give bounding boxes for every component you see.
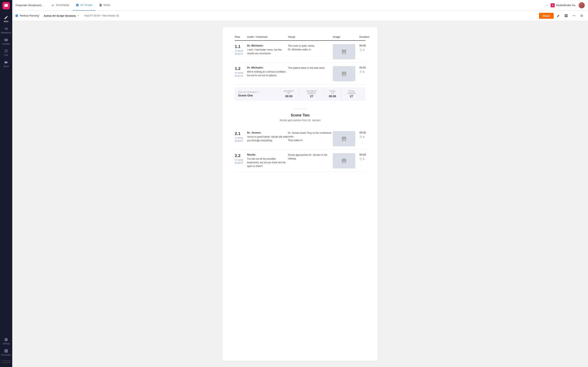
row-image-2-1[interactable] [333, 131, 359, 146]
sidebar-label-settings: Settings [2, 342, 10, 345]
sidebar-item-resources[interactable]: Resources [1, 347, 12, 358]
tab-notes[interactable]: Notes [96, 0, 114, 11]
topnav-more-button[interactable]: ··· [545, 3, 548, 7]
share-button[interactable]: Share [539, 13, 554, 19]
svg-text:S: S [552, 4, 553, 7]
col-header-duration: Duration [359, 35, 380, 38]
sidebar-label-write: Write [4, 20, 8, 23]
sidebar-item-settings[interactable]: Settings [1, 336, 12, 347]
row-duration-1-1: 00:00 🗒 0 [359, 44, 380, 52]
col-header-row: Row [235, 35, 247, 38]
row-number-1-1: 1.1 13 words 00:00 RT [235, 44, 247, 55]
segment-end-info: END OF SEGMENT 1 Scene One [238, 91, 279, 97]
edit-icon-button[interactable] [555, 13, 562, 19]
project-badge-dot [16, 15, 18, 17]
stat-segment-rt: SEGMENT RT 00:00 [279, 89, 299, 99]
version-dropdown[interactable]: Active AV Script Versions [42, 13, 82, 18]
row-image-2-2[interactable] [333, 153, 359, 168]
sidebar-powered-by: Powered By StudioBinder [1, 358, 12, 365]
view-icon-button[interactable] [579, 13, 585, 19]
row-audio-2-1: Dr. Jensen: You're in good hands. Nicole… [247, 131, 288, 142]
row-audio-2-2: Nicole: I've lad out all the possible tr… [247, 153, 288, 168]
project-name: "Medical Planning" [19, 14, 40, 17]
sidebar-label-breakdown: Breakdown [1, 32, 11, 34]
sidebar-label-plan: Plan [4, 54, 8, 56]
row-duration-1-2: 00:00 🗒 0 [359, 66, 380, 74]
scene-2-title: Scene Two [235, 113, 365, 117]
app-logo[interactable] [2, 2, 10, 9]
note-icon: 🗒 [359, 70, 362, 74]
row-number-2-2: 2.2 17 words 00:00 RT [235, 153, 247, 164]
toolbar-right: Share [539, 13, 585, 19]
user-avatar[interactable] [579, 2, 585, 8]
project-badge: "Medical Planning" [16, 14, 40, 17]
stat-total-rt: TOTAL RT 00:00 [324, 89, 341, 99]
table-row: 1.1 13 words 00:00 RT Dr. Michaels: I wi… [235, 41, 365, 63]
tab-av-scripts-label: AV Scripts [80, 3, 93, 7]
av-script-document: Row Audio / Voiceover Visual Image Durat… [223, 27, 378, 361]
row-number-2-1: 2.1 12 words 00:00 RT [235, 131, 247, 142]
tab-screenplay-label: Screenplay [56, 3, 69, 7]
toolbar: "Medical Planning" Active AV Script Vers… [12, 11, 588, 21]
row-audio-1-1: Dr. Michaels: I wish I had better news, … [247, 44, 288, 55]
row-image-1-2[interactable] [333, 66, 359, 81]
note-icon: 🗒 [359, 157, 362, 161]
row-visual-1-1: The room is quiet, tense. Dr. Michaels w… [288, 44, 333, 51]
main-content: Corporate Storyboard... Screenplay AV Sc… [12, 0, 588, 367]
studio-binder-name: StudioBinder Inc. [556, 4, 576, 7]
tab-av-scripts[interactable]: AV Scripts [72, 0, 96, 11]
note-icon: 🗒 [359, 135, 362, 139]
stat-total-words: TOTAL WORDS 27 [341, 89, 362, 99]
col-header-audio: Audio / Voiceover [247, 35, 288, 38]
content-area: Row Audio / Voiceover Visual Image Durat… [12, 21, 588, 367]
row-visual-2-2: Nicole approaches Dr. Jensen in the hall… [288, 153, 333, 160]
table-row: 2.2 17 words 00:00 RT Nicole: I've lad o… [235, 150, 365, 172]
sidebar-item-visualize[interactable]: Visualize [0, 36, 12, 47]
row-audio-1-2: Dr. Michaels: We're looking at a serious… [247, 66, 288, 77]
sidebar-label-visualize: Visualize [2, 43, 10, 45]
note-icon: 🗒 [359, 48, 362, 52]
sidebar-item-breakdown[interactable]: Breakdown [0, 25, 12, 36]
top-navigation: Corporate Storyboard... Screenplay AV Sc… [12, 0, 588, 11]
row-visual-2-1: Dr. Jensen leads Tony to the conference … [288, 131, 333, 142]
table-row: 2.1 12 words 00:00 RT Dr. Jensen: You're… [235, 128, 365, 150]
more-icon-button[interactable] [571, 13, 577, 19]
version-label: Active AV Script Versions [44, 14, 76, 17]
row-visual-1-2: The patient takes in the bad news. [288, 66, 333, 70]
segment-end-bar: END OF SEGMENT 1 Scene One SEGMENT RT 00… [235, 87, 365, 101]
topnav-right: ··· S StudioBinder Inc. [545, 2, 585, 8]
table-header: Row Audio / Voiceover Visual Image Durat… [235, 35, 365, 41]
sidebar-item-write[interactable]: Write [0, 13, 12, 25]
sidebar-label-resources: Resources [1, 354, 11, 356]
stat-segment-words: SEGMENT WORDS 27 [299, 89, 324, 99]
row-image-1-1[interactable] [333, 44, 359, 59]
sidebar-item-shoot[interactable]: Shoot [0, 58, 12, 69]
col-header-image: Image [333, 35, 359, 38]
row-number-1-2: 1.2 14 words 00:00 RT [235, 66, 247, 77]
sidebar-bottom: Settings Resources Powered By StudioBind… [1, 336, 12, 365]
col-header-visual: Visual [288, 35, 333, 38]
scene-2-subtitle: Nicole gets advice from Dr. Jensen [235, 119, 365, 122]
scene-2-divider: Scene Two Nicole gets advice from Dr. Je… [235, 109, 365, 122]
grid-icon-button[interactable] [563, 13, 569, 19]
row-duration-2-1: 00:00 🗒 0 [359, 131, 380, 139]
tab-notes-label: Notes [104, 3, 111, 7]
row-duration-2-2: 00:00 🗒 0 [359, 153, 380, 161]
sidebar: Write Breakdown Visualize Plan Shoot Set… [0, 0, 12, 367]
studio-binder-badge: S StudioBinder Inc. [551, 3, 576, 7]
segment-stats: SEGMENT RT 00:00 SEGMENT WORDS 27 TOTAL … [279, 89, 362, 99]
project-title: Corporate Storyboard... [16, 4, 43, 7]
sidebar-label-shoot: Shoot [3, 65, 9, 67]
tab-screenplay[interactable]: Screenplay [48, 0, 72, 11]
table-row: 1.2 14 words 00:00 RT Dr. Michaels: We'r… [235, 63, 365, 85]
sidebar-item-plan[interactable]: Plan [0, 47, 12, 58]
total-info: Total RT 00:00 • Total Words: 82 [84, 14, 119, 17]
